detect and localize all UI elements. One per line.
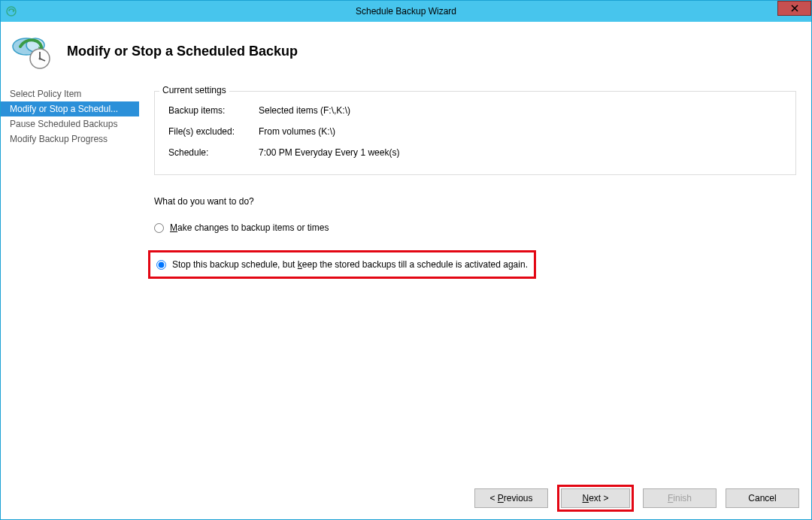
sidebar-item-pause-backups[interactable]: Pause Scheduled Backups bbox=[1, 116, 139, 132]
radio-label-stop-schedule: Stop this backup schedule, but keep the … bbox=[172, 259, 528, 270]
setting-label: Schedule: bbox=[168, 147, 259, 158]
prompt-text: What do you want to do? bbox=[154, 196, 796, 207]
finish-button: Finish bbox=[643, 488, 717, 508]
radio-option-make-changes[interactable]: Make changes to backup items or times bbox=[154, 220, 796, 235]
cancel-button[interactable]: Cancel bbox=[726, 488, 799, 508]
highlighted-next-button: Next > bbox=[557, 485, 634, 512]
radio-label-make-changes: Make changes to backup items or times bbox=[170, 222, 329, 233]
setting-value: 7:00 PM Everyday Every 1 week(s) bbox=[259, 147, 399, 158]
previous-button[interactable]: < Previous bbox=[474, 488, 548, 508]
setting-value: From volumes (K:\) bbox=[259, 126, 335, 137]
wizard-body: Select Policy Item Modify or Stop a Sche… bbox=[1, 80, 811, 477]
wizard-steps-sidebar: Select Policy Item Modify or Stop a Sche… bbox=[1, 80, 139, 477]
wizard-window: Schedule Backup Wizard Modify or Stop a … bbox=[0, 0, 812, 520]
radio-stop-schedule[interactable] bbox=[156, 260, 166, 270]
close-button[interactable] bbox=[777, 1, 811, 16]
highlighted-option: Stop this backup schedule, but keep the … bbox=[148, 250, 536, 279]
wizard-content: Current settings Backup items: Selected … bbox=[139, 80, 811, 477]
sidebar-item-select-policy[interactable]: Select Policy Item bbox=[1, 86, 139, 101]
setting-label: Backup items: bbox=[168, 105, 259, 116]
radio-option-stop-schedule[interactable]: Stop this backup schedule, but keep the … bbox=[156, 257, 528, 272]
backup-cloud-clock-icon bbox=[10, 29, 55, 74]
setting-row-files-excluded: File(s) excluded: From volumes (K:\) bbox=[168, 126, 782, 137]
current-settings-group: Current settings Backup items: Selected … bbox=[154, 91, 796, 175]
next-button[interactable]: Next > bbox=[561, 488, 630, 508]
window-title: Schedule Backup Wizard bbox=[1, 6, 811, 17]
app-icon bbox=[5, 5, 17, 17]
wizard-footer: < Previous Next > Finish Cancel bbox=[1, 477, 811, 519]
radio-make-changes[interactable] bbox=[154, 223, 164, 233]
page-title: Modify or Stop a Scheduled Backup bbox=[67, 44, 298, 59]
svg-point-0 bbox=[7, 7, 16, 16]
setting-label: File(s) excluded: bbox=[168, 126, 259, 137]
groupbox-legend: Current settings bbox=[159, 85, 229, 95]
wizard-header: Modify or Stop a Scheduled Backup bbox=[1, 22, 811, 80]
setting-row-schedule: Schedule: 7:00 PM Everyday Every 1 week(… bbox=[168, 147, 782, 158]
titlebar: Schedule Backup Wizard bbox=[1, 1, 811, 22]
sidebar-item-modify-stop[interactable]: Modify or Stop a Schedul... bbox=[1, 101, 139, 116]
sidebar-item-modify-progress[interactable]: Modify Backup Progress bbox=[1, 132, 139, 147]
setting-value: Selected items (F:\,K:\) bbox=[259, 105, 350, 116]
setting-row-backup-items: Backup items: Selected items (F:\,K:\) bbox=[168, 105, 782, 116]
close-icon bbox=[790, 4, 799, 13]
